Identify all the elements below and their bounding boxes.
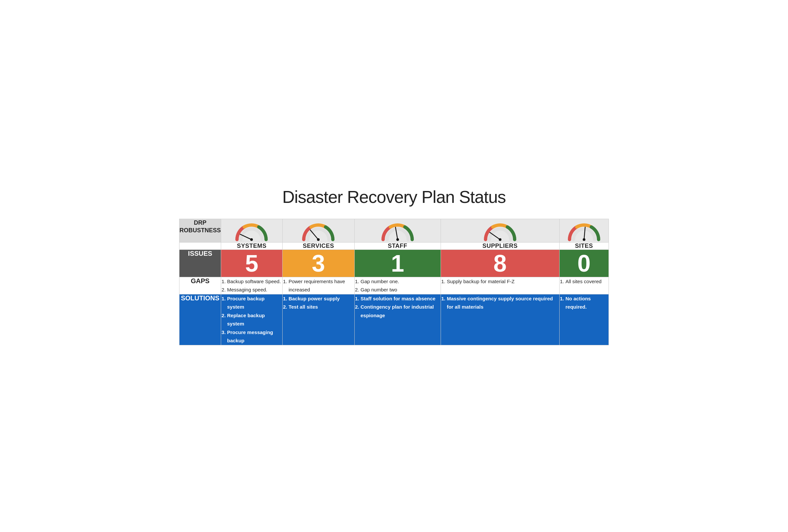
col-header-sites: SITES	[559, 242, 609, 250]
solution-item: Contingency plan for industrial espionag…	[361, 303, 440, 319]
col-header-staff: STAFF	[354, 242, 440, 250]
solution-item: Massive contingency supply source requir…	[447, 294, 559, 311]
drp-table: DRPROBUSTNESSSYSTEMSSERVICESSTAFFSUPPLIE…	[179, 219, 609, 345]
svg-point-1	[250, 238, 253, 241]
gauge-cell-staff	[354, 219, 440, 242]
gauge-cell-suppliers	[440, 219, 559, 242]
solution-item: Backup power supply	[289, 294, 354, 303]
issues-number-staff: 1	[354, 250, 440, 277]
gaps-cell-systems: Backup software Speed.Messaging speed.	[221, 277, 282, 294]
solution-item: Procure backup system	[227, 294, 282, 311]
gauge-cell-services	[282, 219, 354, 242]
solutions-cell-services: Backup power supplyTest all sites	[282, 294, 354, 345]
svg-point-5	[396, 238, 399, 241]
gap-item: Messaging speed.	[227, 285, 282, 294]
page-title: Disaster Recovery Plan Status	[282, 187, 506, 207]
gap-item: Gap number one.	[361, 277, 440, 286]
col-header-systems: SYSTEMS	[221, 242, 282, 250]
gaps-cell-staff: Gap number one.Gap number two	[354, 277, 440, 294]
solutions-cell-systems: Procure backup systemReplace backup syst…	[221, 294, 282, 345]
svg-point-7	[499, 238, 501, 241]
gap-item: Backup software Speed.	[227, 277, 282, 286]
gap-item: All sites covered	[566, 277, 609, 286]
solutions-label: SOLUTIONS	[179, 294, 221, 345]
svg-point-3	[317, 238, 320, 241]
solution-item: Test all sites	[289, 303, 354, 311]
gaps-cell-sites: All sites covered	[559, 277, 609, 294]
issues-number-systems: 5	[221, 250, 282, 277]
issues-number-sites: 0	[559, 250, 609, 277]
gauge-cell-systems	[221, 219, 282, 242]
gaps-label: GAPS	[179, 277, 221, 294]
col-header-suppliers: SUPPLIERS	[440, 242, 559, 250]
gap-item: Power requirements have increased	[289, 277, 354, 294]
solutions-cell-suppliers: Massive contingency supply source requir…	[440, 294, 559, 345]
gaps-cell-suppliers: Supply backup for material F-Z	[440, 277, 559, 294]
gap-item: Gap number two	[361, 285, 440, 294]
gauge-cell-sites	[559, 219, 609, 242]
issues-number-services: 3	[282, 250, 354, 277]
drp-robustness-label: DRPROBUSTNESS	[179, 219, 221, 242]
svg-point-9	[583, 238, 585, 241]
solution-item: Replace backup system	[227, 311, 282, 328]
solution-item: Procure messaging backup	[227, 328, 282, 345]
solutions-cell-staff: Staff solution for mass absenceContingen…	[354, 294, 440, 345]
gaps-cell-services: Power requirements have increased	[282, 277, 354, 294]
col-header-services: SERVICES	[282, 242, 354, 250]
gap-item: Supply backup for material F-Z	[447, 277, 559, 286]
solutions-cell-sites: No actions required.	[559, 294, 609, 345]
solution-item: No actions required.	[566, 294, 609, 311]
issues-number-suppliers: 8	[440, 250, 559, 277]
solution-item: Staff solution for mass absence	[361, 294, 440, 303]
issues-label: ISSUES	[179, 250, 221, 277]
